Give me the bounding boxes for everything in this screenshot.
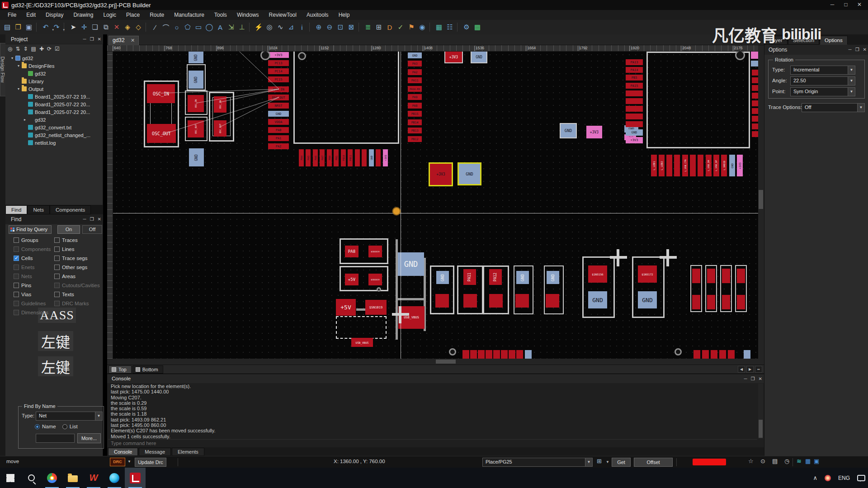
checkbox-texts[interactable]: Texts <box>54 291 74 298</box>
get-button[interactable]: Get <box>612 458 631 467</box>
console-minimize-icon[interactable]: ─ <box>744 374 747 384</box>
menu-item-manufacture[interactable]: Manufacture <box>170 11 208 19</box>
tree-item-gd32[interactable]: ▾gd32 <box>5 54 103 62</box>
offset-button[interactable]: Offset <box>634 458 673 467</box>
checkbox-box[interactable] <box>14 292 19 297</box>
grid-icon[interactable]: ⊞ <box>373 22 384 33</box>
find-by-query-button[interactable]: Find by Query <box>9 225 52 234</box>
checkbox-pins[interactable]: Pins <box>14 282 31 289</box>
menu-item-drawing[interactable]: Drawing <box>69 11 97 19</box>
checkbox-box[interactable] <box>14 246 19 252</box>
radio-circle[interactable] <box>35 424 40 429</box>
target-icon[interactable]: ◉ <box>417 22 428 33</box>
open-file-icon[interactable]: ❐ <box>13 22 24 33</box>
menu-item-reviewtool[interactable]: ReviewTool <box>265 11 301 19</box>
tree-expander-icon[interactable]: ▾ <box>10 56 14 60</box>
type-select[interactable]: Net ▼ <box>36 412 103 421</box>
layer-tab-bottom[interactable]: Bottom <box>132 365 163 374</box>
tree-item-gd32[interactable]: ▸gd32 <box>5 116 103 123</box>
project-close-icon[interactable]: ✕ <box>98 34 101 44</box>
zoom-window-icon[interactable]: ⊡ <box>335 22 346 33</box>
menu-item-display[interactable]: Display <box>42 11 67 19</box>
favorite-star-icon[interactable]: ☆ <box>748 458 754 464</box>
options-minimize-icon[interactable]: ─ <box>849 45 852 55</box>
checkbox-drc-marks[interactable]: DRC Marks <box>54 300 89 307</box>
tree-expander-icon[interactable]: ▾ <box>16 64 21 68</box>
checkbox-box[interactable] <box>54 256 60 261</box>
language-indicator[interactable]: ENG <box>838 475 850 481</box>
info-icon[interactable]: i <box>297 22 307 33</box>
tab-options[interactable]: Options <box>820 36 848 45</box>
tab-elements[interactable]: Elements <box>172 448 204 456</box>
project-add-icon[interactable]: ✚ <box>39 46 44 52</box>
drc-icon[interactable]: D <box>384 22 395 33</box>
grid-toggle-icon[interactable]: ⊞ <box>597 458 602 464</box>
drc-dropdown-icon[interactable]: ▼ <box>127 460 131 464</box>
tree-item-gd32-netlist-changed[interactable]: gd32_netlist_changed_... <box>5 131 103 139</box>
menu-item-place[interactable]: Place <box>122 11 144 19</box>
text-tool-icon[interactable]: A <box>215 22 226 33</box>
mesh-icon[interactable]: ▦ <box>434 22 444 33</box>
chevron-down-icon[interactable]: ▼ <box>95 412 102 420</box>
wps-icon[interactable]: W <box>83 468 104 488</box>
tab-nets[interactable]: Nets <box>27 205 50 214</box>
tree-item-library[interactable]: Library <box>5 77 103 85</box>
polygon-tool-icon[interactable]: ⬠ <box>182 22 193 33</box>
checkbox-other-segs[interactable]: Other segs <box>54 264 87 271</box>
start-icon[interactable] <box>0 468 21 488</box>
zoom-fit-icon[interactable]: ⊠ <box>346 22 357 33</box>
chrome-icon[interactable] <box>42 468 62 488</box>
checkbox-cells[interactable]: Cells <box>14 255 33 262</box>
checkbox-lines[interactable]: Lines <box>54 246 75 253</box>
find-on-button[interactable]: On <box>57 225 80 234</box>
layer-tab-nav[interactable]: ◀▶▪▪ <box>738 366 762 373</box>
trace-tool-icon[interactable]: ∿ <box>275 22 286 33</box>
checkbox-box[interactable] <box>54 237 60 243</box>
copy-icon[interactable]: ❏ <box>90 22 100 33</box>
tab-close-icon[interactable]: ✕ <box>131 38 135 43</box>
new-file-icon[interactable]: ▤ <box>2 22 13 33</box>
menu-item-logic[interactable]: Logic <box>99 11 120 19</box>
notifications-icon[interactable] <box>857 475 865 481</box>
tray-expand-icon[interactable]: ∧ <box>813 474 817 481</box>
chevron-down-icon[interactable]: ▼ <box>848 66 855 74</box>
arc-tool-icon[interactable]: ⌒ <box>160 22 171 33</box>
radio-name[interactable]: Name <box>35 424 56 429</box>
checkbox-groups[interactable]: Groups <box>14 237 38 244</box>
pcb-canvas[interactable]: GNDGNDGNDOSC_INOSC_OUTOSC_INOSC_OUTOSC_I… <box>107 52 758 359</box>
paste-icon[interactable]: ⧉ <box>100 22 111 33</box>
clock-icon[interactable]: ◷ <box>784 458 789 464</box>
move-icon[interactable]: ✛ <box>79 22 90 33</box>
layer-tab-top[interactable]: Top <box>108 365 132 374</box>
grid-blue-icon[interactable]: ▦ <box>805 458 811 464</box>
menu-item-windows[interactable]: Windows <box>233 11 263 19</box>
chevron-down-icon[interactable]: ▼ <box>857 104 864 112</box>
tree-item-board1-2025-07-22-20[interactable]: Board1_2025-07-22 20... <box>5 108 103 116</box>
checkbox-box[interactable] <box>54 246 60 252</box>
place-combo[interactable]: Place/PG25 ▼ <box>482 458 593 467</box>
checkbox-box[interactable] <box>54 301 60 306</box>
checkbox-box[interactable] <box>14 283 19 288</box>
checkbox-box[interactable] <box>14 310 19 315</box>
tab-layer[interactable]: Layer <box>764 36 788 45</box>
find-float-icon[interactable]: ❐ <box>90 214 94 224</box>
checkbox-components[interactable]: Components <box>14 246 51 253</box>
panel-blue-icon[interactable]: ▣ <box>814 458 819 464</box>
checkbox-cutouts-cavities[interactable]: Cutouts/Cavities <box>54 282 100 289</box>
measure-tool-icon[interactable]: ⊥ <box>236 22 247 33</box>
update-drc-button[interactable]: Update Drc <box>135 458 166 467</box>
minimize-icon[interactable]: ─ <box>826 0 839 10</box>
tab-scroll-icon[interactable]: ◀ <box>738 366 745 373</box>
drc-badge[interactable]: DRC <box>110 458 125 466</box>
redo-icon[interactable]: ↷▾ <box>51 22 62 33</box>
checkbox-box[interactable] <box>54 265 60 270</box>
tree-item-gd32-convert-txt[interactable]: gd32_convert.txt <box>5 123 103 131</box>
find-minimize-icon[interactable]: ─ <box>83 214 86 224</box>
checkbox-box[interactable] <box>14 237 19 243</box>
green-grid-icon[interactable]: ▩ <box>472 22 483 33</box>
select-point[interactable]: Sym Origin▼ <box>790 87 855 96</box>
flag-icon[interactable]: ⚑ <box>406 22 417 33</box>
console-float-icon[interactable]: ❐ <box>751 374 755 384</box>
more-button[interactable]: More... <box>77 433 101 443</box>
checkbox-guidelines[interactable]: Guidelines <box>14 300 46 307</box>
